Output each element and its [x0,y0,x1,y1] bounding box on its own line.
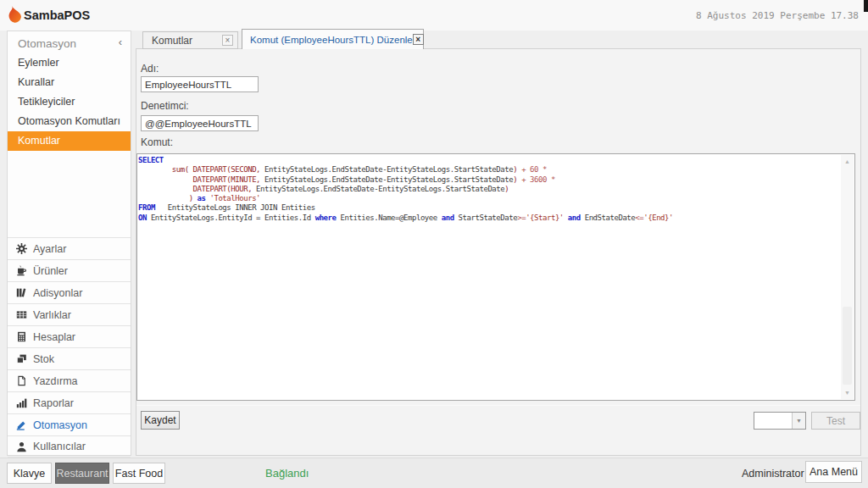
sidebar-section-title: Otomasyon [18,37,76,50]
tab-komutlar[interactable]: Komutlar × [142,31,238,49]
module-stok[interactable]: Stok [8,347,131,369]
name-label: Adı: [141,63,159,75]
sidebar-item-komutlar[interactable]: Komutlar [8,131,131,151]
scroll-up-icon[interactable]: ▲ [841,155,854,168]
chevron-down-icon[interactable]: ▼ [792,413,805,429]
calculator-icon [16,331,27,342]
tab-label: Komut (EmployeeHoursTTL) Düzenle [242,35,413,45]
module-adisyonlar[interactable]: Adisyonlar [8,281,131,303]
module-label: Otomasyon [33,419,87,431]
grid-icon [16,309,27,320]
test-button[interactable]: Test [811,412,860,430]
bar-chart-icon [16,397,27,408]
books-icon [16,287,27,298]
sql-code: SELECT sum( DATEPART(SECOND, EntityState… [138,156,841,223]
module-label: Stok [33,353,54,365]
sidebar-item-eylemler[interactable]: Eylemler [8,53,131,73]
module-label: Hesaplar [33,331,75,343]
test-value-combobox[interactable]: ▼ [754,412,806,430]
tab-komut-duzenle[interactable]: Komut (EmployeeHoursTTL) Düzenle × [242,29,424,49]
keyboard-button[interactable]: Klavye [7,463,52,484]
module-hesaplar[interactable]: Hesaplar [8,325,131,347]
module-label: Raporlar [33,397,74,409]
editor-scrollbar[interactable]: ▲ ▼ [841,155,854,399]
scrollbar-thumb[interactable] [843,307,852,385]
layers-icon [16,353,27,364]
collapse-icon[interactable]: ‹ [119,36,122,48]
module-urunler[interactable]: Ürünler [8,259,131,281]
sambapos-flame-icon [8,5,23,25]
cup-icon [16,265,27,276]
module-label: Varlıklar [33,309,71,321]
window-corner-mark [864,0,868,12]
terminal-restaurant-button[interactable]: Restaurant [55,463,109,484]
top-bar: SambaPOS 8 Ağustos 2019 Perşembe 17.38 [0,0,868,30]
sidebar-item-tetikleyiciler[interactable]: Tetikleyiciler [8,92,131,112]
module-otomasyon[interactable]: Otomasyon [8,413,131,435]
document-icon [16,375,27,386]
close-icon[interactable]: × [222,35,233,46]
datetime-display: 8 Ağustos 2019 Perşembe 17.38 [696,10,859,21]
module-kullanicilar[interactable]: Kullanıcılar [8,435,131,458]
sidebar-item-kurallar[interactable]: Kurallar [8,73,131,92]
scroll-down-icon[interactable]: ▼ [841,386,854,399]
close-icon[interactable]: × [413,34,424,45]
main-menu-button[interactable]: Ana Menü [805,461,862,483]
module-label: Kullanıcılar [33,441,86,452]
module-yazdirma[interactable]: Yazdırma [8,369,131,391]
save-button[interactable]: Kaydet [141,411,180,430]
sidebar: Otomasyon ‹ Eylemler Kurallar Tetikleyic… [7,30,131,456]
module-label: Ürünler [33,265,68,277]
module-label: Adisyonlar [33,287,82,299]
panel-divider [136,405,860,406]
sql-editor[interactable]: SELECT sum( DATEPART(SECOND, EntityState… [136,153,855,401]
pencil-icon [16,419,27,430]
module-label: Yazdırma [33,375,78,387]
app-title: SambaPOS [24,8,90,22]
module-label: Ayarlar [33,243,66,255]
user-icon [16,441,27,452]
tab-label: Komutlar [143,35,222,47]
gear-icon [16,243,27,254]
module-varliklar[interactable]: Varlıklar [8,303,131,325]
sidebar-item-otomasyon-komutlari[interactable]: Otomasyon Komutları [8,112,131,131]
module-raporlar[interactable]: Raporlar [8,391,131,413]
command-label: Komut: [141,136,173,148]
terminal-fastfood-button[interactable]: Fast Food [113,463,165,484]
handler-input[interactable] [141,115,259,131]
module-ayarlar[interactable]: Ayarlar [8,237,131,259]
status-bar: Klavye Restaurant Fast Food Bağlandı Adm… [0,458,868,488]
current-user: Administrator [742,468,804,480]
connection-status: Bağlandı [265,467,309,480]
handler-label: Denetimci: [141,100,189,112]
name-input[interactable] [141,76,259,92]
